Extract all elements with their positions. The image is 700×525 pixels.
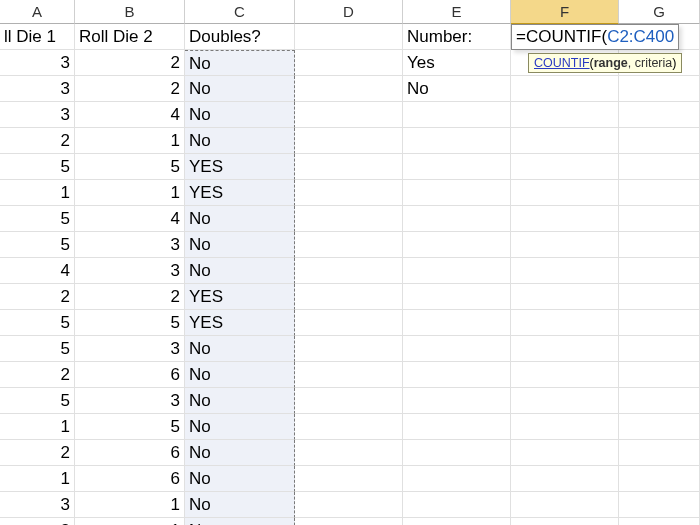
cell-D15[interactable] [295, 388, 403, 414]
cell-B19[interactable]: 1 [75, 492, 185, 518]
cell-A14[interactable]: 2 [0, 362, 75, 388]
cell-E4[interactable] [403, 102, 511, 128]
cell-B2[interactable]: 2 [75, 50, 185, 76]
column-header-D[interactable]: D [295, 0, 403, 24]
cell-B16[interactable]: 5 [75, 414, 185, 440]
cell-D12[interactable] [295, 310, 403, 336]
cell-G10[interactable] [619, 258, 700, 284]
cell-E9[interactable] [403, 232, 511, 258]
cell-D14[interactable] [295, 362, 403, 388]
header-cell-C[interactable]: Doubles? [185, 24, 295, 50]
cell-C14[interactable]: No [185, 362, 295, 388]
cell-C12[interactable]: YES [185, 310, 295, 336]
header-cell-A[interactable]: ll Die 1 [0, 24, 75, 50]
cell-B17[interactable]: 6 [75, 440, 185, 466]
cell-E11[interactable] [403, 284, 511, 310]
cell-F18[interactable] [511, 466, 619, 492]
cell-C4[interactable]: No [185, 102, 295, 128]
cell-F15[interactable] [511, 388, 619, 414]
tooltip-function-name[interactable]: COUNTIF [534, 56, 590, 70]
header-cell-E[interactable]: Number: [403, 24, 511, 50]
cell-A4[interactable]: 3 [0, 102, 75, 128]
cell-C5[interactable]: No [185, 128, 295, 154]
cell-A6[interactable]: 5 [0, 154, 75, 180]
cell-D3[interactable] [295, 76, 403, 102]
cell-E20[interactable] [403, 518, 511, 525]
cell-A10[interactable]: 4 [0, 258, 75, 284]
cell-A17[interactable]: 2 [0, 440, 75, 466]
cell-E5[interactable] [403, 128, 511, 154]
cell-E12[interactable] [403, 310, 511, 336]
cell-F8[interactable] [511, 206, 619, 232]
cell-G17[interactable] [619, 440, 700, 466]
cell-C7[interactable]: YES [185, 180, 295, 206]
cell-C2[interactable]: No [185, 50, 295, 76]
cell-C10[interactable]: No [185, 258, 295, 284]
cell-D6[interactable] [295, 154, 403, 180]
cell-B5[interactable]: 1 [75, 128, 185, 154]
cell-F12[interactable] [511, 310, 619, 336]
cell-F4[interactable] [511, 102, 619, 128]
cell-B8[interactable]: 4 [75, 206, 185, 232]
column-header-A[interactable]: A [0, 0, 75, 24]
cell-C9[interactable]: No [185, 232, 295, 258]
cell-D4[interactable] [295, 102, 403, 128]
cell-C13[interactable]: No [185, 336, 295, 362]
cell-E14[interactable] [403, 362, 511, 388]
cell-D17[interactable] [295, 440, 403, 466]
cell-F9[interactable] [511, 232, 619, 258]
column-header-F[interactable]: F [511, 0, 619, 24]
cell-C16[interactable]: No [185, 414, 295, 440]
column-header-E[interactable]: E [403, 0, 511, 24]
cell-E7[interactable] [403, 180, 511, 206]
cell-A5[interactable]: 2 [0, 128, 75, 154]
cell-F11[interactable] [511, 284, 619, 310]
cell-E19[interactable] [403, 492, 511, 518]
cell-G6[interactable] [619, 154, 700, 180]
cell-D9[interactable] [295, 232, 403, 258]
cell-A7[interactable]: 1 [0, 180, 75, 206]
cell-F14[interactable] [511, 362, 619, 388]
cell-G8[interactable] [619, 206, 700, 232]
cell-B11[interactable]: 2 [75, 284, 185, 310]
cell-A12[interactable]: 5 [0, 310, 75, 336]
cell-D13[interactable] [295, 336, 403, 362]
cell-G15[interactable] [619, 388, 700, 414]
column-header-G[interactable]: G [619, 0, 700, 24]
cell-G4[interactable] [619, 102, 700, 128]
cell-D20[interactable] [295, 518, 403, 525]
cell-D11[interactable] [295, 284, 403, 310]
cell-E8[interactable] [403, 206, 511, 232]
cell-B10[interactable]: 3 [75, 258, 185, 284]
cell-B7[interactable]: 1 [75, 180, 185, 206]
cell-D10[interactable] [295, 258, 403, 284]
cell-B18[interactable]: 6 [75, 466, 185, 492]
cell-B15[interactable]: 3 [75, 388, 185, 414]
cell-D5[interactable] [295, 128, 403, 154]
cell-A9[interactable]: 5 [0, 232, 75, 258]
cell-A20[interactable]: 3 [0, 518, 75, 525]
tooltip-arg-range[interactable]: range [594, 56, 628, 70]
cell-D19[interactable] [295, 492, 403, 518]
cell-A8[interactable]: 5 [0, 206, 75, 232]
cell-A2[interactable]: 3 [0, 50, 75, 76]
cell-B13[interactable]: 3 [75, 336, 185, 362]
column-header-B[interactable]: B [75, 0, 185, 24]
cell-F19[interactable] [511, 492, 619, 518]
cell-G14[interactable] [619, 362, 700, 388]
cell-F17[interactable] [511, 440, 619, 466]
cell-E13[interactable] [403, 336, 511, 362]
tooltip-arg-criteria[interactable]: criteria [635, 56, 673, 70]
cell-F10[interactable] [511, 258, 619, 284]
cell-A13[interactable]: 5 [0, 336, 75, 362]
cell-C11[interactable]: YES [185, 284, 295, 310]
cell-D2[interactable] [295, 50, 403, 76]
cell-B4[interactable]: 4 [75, 102, 185, 128]
cell-D16[interactable] [295, 414, 403, 440]
cell-A3[interactable]: 3 [0, 76, 75, 102]
cell-G18[interactable] [619, 466, 700, 492]
cell-E16[interactable] [403, 414, 511, 440]
cell-G19[interactable] [619, 492, 700, 518]
cell-E17[interactable] [403, 440, 511, 466]
cell-C6[interactable]: YES [185, 154, 295, 180]
